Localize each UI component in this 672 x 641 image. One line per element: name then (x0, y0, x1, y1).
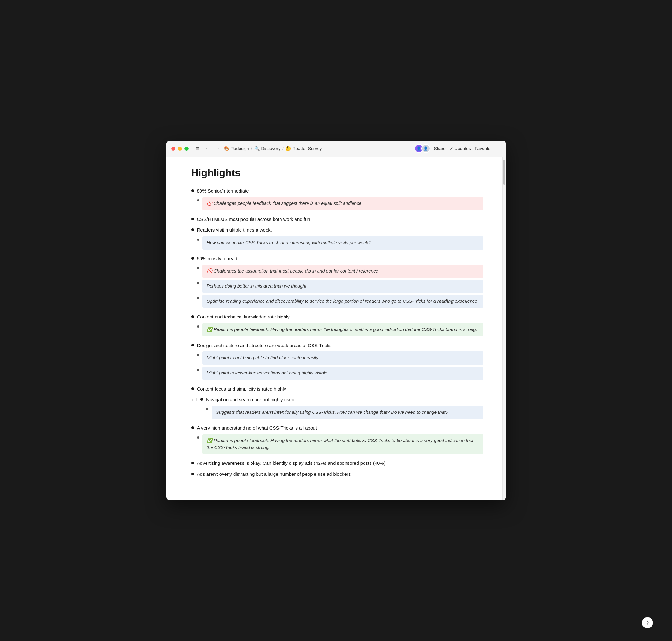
add-icon[interactable]: + (191, 397, 194, 403)
bullet-dot (191, 229, 194, 231)
minimize-button[interactable] (178, 147, 182, 151)
list-item: 80% Senior/Intermediate 🚫 Challenges peo… (191, 188, 483, 212)
forward-button[interactable]: → (214, 145, 221, 153)
callout-text: Optimise reading experience and discover… (207, 299, 478, 304)
callout-blue: Perhaps doing better in this area than w… (202, 280, 483, 293)
scrollbar-thumb[interactable] (503, 160, 506, 185)
callout-blue: Might point to lesser-known sections not… (202, 367, 483, 380)
avatar-user2: 👤 (421, 144, 430, 153)
bullet-dot (191, 218, 194, 220)
bullet-content: Content and technical knowledge rate hig… (197, 313, 483, 338)
breadcrumb: 🎨 Redesign / 🔍 Discovery / 🤔 Reader Surv… (224, 146, 412, 151)
bullet-dot (191, 344, 194, 346)
breadcrumb-redesign[interactable]: 🎨 Redesign (224, 146, 249, 151)
redesign-icon: 🎨 (224, 146, 229, 151)
callout-text: How can we make CSS-Tricks fresh and int… (207, 240, 371, 245)
bullet-content: Design, architecture and structure are w… (197, 342, 483, 382)
reader-survey-icon: 🤔 (285, 146, 291, 151)
bullet-text: Content focus and simplicity is rated hi… (197, 386, 286, 392)
callout-text: Might point to not being able to find ol… (207, 355, 319, 360)
bullet-text: Advertising awareness is okay. Can ident… (197, 460, 386, 466)
bullet-dot (191, 426, 194, 429)
bullet-content: Content focus and simplicity is rated hi… (197, 385, 483, 393)
page-title: Highlights (191, 167, 483, 179)
list-item: Suggests that readers aren't intentional… (206, 406, 483, 419)
menu-button[interactable]: ☰ (194, 145, 201, 152)
callout-text: Challenges people feedback that suggest … (214, 201, 363, 206)
list-item: Design, architecture and structure are w… (191, 342, 483, 382)
updates-button[interactable]: ✓ Updates (449, 146, 471, 151)
list-item: A very high understanding of what CSS-Tr… (191, 424, 483, 456)
list-item: 🚫 Challenges people feedback that sugges… (197, 197, 483, 210)
sub-list: 🚫 Challenges people feedback that sugges… (197, 197, 483, 210)
sub-dot (197, 282, 199, 284)
bullet-dot (191, 315, 194, 318)
callout-green: ✅ Reaffirms people feedback. Having the … (202, 323, 483, 337)
bullet-text: Navigation and search are not highly use… (206, 397, 294, 402)
discovery-icon: 🔍 (254, 146, 260, 151)
bullet-text: Content and technical knowledge rate hig… (197, 314, 290, 319)
bullet-text: CSS/HTML/JS most popular across both wor… (197, 217, 312, 222)
list-item: Readers visit multiple times a week. How… (191, 227, 483, 251)
sub-dot (197, 354, 199, 356)
callout-text: Might point to lesser-known sections not… (207, 370, 327, 376)
bullet-dot (191, 473, 194, 475)
list-item: Might point to not being able to find ol… (197, 352, 483, 365)
callout-blue: Might point to not being able to find ol… (202, 352, 483, 365)
back-button[interactable]: ← (205, 145, 211, 153)
callout-icon: 🚫 (207, 269, 214, 273)
more-options-button[interactable]: ··· (494, 145, 501, 152)
sub-dot (197, 325, 199, 328)
callout-text: Perhaps doing better in this area than w… (207, 284, 307, 289)
main-content: Highlights 80% Senior/Intermediate 🚫 Cha… (166, 157, 502, 501)
drag-icon[interactable]: ⠿ (194, 397, 197, 403)
list-item: CSS/HTML/JS most popular across both wor… (191, 216, 483, 223)
reader-survey-label: Reader Survey (292, 146, 322, 151)
bullet-text: Design, architecture and structure are w… (197, 343, 332, 348)
callout-green: ✅ Reaffirms people feedback. Having the … (202, 434, 483, 454)
list-item: ✅ Reaffirms people feedback. Having the … (197, 434, 483, 454)
collaborator-avatars: 👤 👤 (415, 144, 430, 153)
list-item: How can we make CSS-Tricks fresh and int… (197, 236, 483, 249)
scrollbar-track[interactable] (502, 157, 506, 501)
sub-dot (197, 369, 199, 371)
sub-list: Might point to not being able to find ol… (197, 352, 483, 380)
callout-icon: ✅ (207, 327, 214, 332)
app-window: ☰ ← → 🎨 Redesign / 🔍 Discovery / 🤔 Reade… (166, 141, 506, 501)
content-area: Highlights 80% Senior/Intermediate 🚫 Cha… (166, 157, 506, 501)
list-item: Perhaps doing better in this area than w… (197, 280, 483, 293)
bullet-dot (191, 257, 194, 260)
callout-red: 🚫 Challenges the assumption that most pe… (202, 265, 483, 278)
row-controls: + ⠿ (191, 397, 198, 403)
bullet-text: 80% Senior/Intermediate (197, 188, 249, 193)
bullet-content: CSS/HTML/JS most popular across both wor… (197, 216, 483, 223)
breadcrumb-discovery[interactable]: 🔍 Discovery (254, 146, 280, 151)
sub-list: How can we make CSS-Tricks fresh and int… (197, 236, 483, 249)
help-button[interactable]: ? (642, 617, 653, 628)
bullet-content: 50% mostly to read 🚫 Challenges the assu… (197, 255, 483, 310)
bullet-content: Ads aren't overly distracting but a larg… (197, 471, 483, 478)
bullet-content: Navigation and search are not highly use… (206, 396, 483, 421)
maximize-button[interactable] (185, 147, 189, 151)
sub-list: 🚫 Challenges the assumption that most pe… (197, 265, 483, 308)
traffic-lights (171, 147, 189, 151)
favorite-button[interactable]: Favorite (475, 146, 491, 151)
titlebar: ☰ ← → 🎨 Redesign / 🔍 Discovery / 🤔 Reade… (166, 141, 506, 157)
share-button[interactable]: Share (434, 146, 446, 151)
bullet-dot (201, 398, 203, 400)
breadcrumb-reader-survey[interactable]: 🤔 Reader Survey (285, 146, 322, 151)
bullet-content: 80% Senior/Intermediate 🚫 Challenges peo… (197, 188, 483, 212)
list-item: ✅ Reaffirms people feedback. Having the … (197, 323, 483, 337)
bullet-dot (191, 462, 194, 464)
list-item: Content and technical knowledge rate hig… (191, 313, 483, 338)
list-item: 50% mostly to read 🚫 Challenges the assu… (191, 255, 483, 310)
list-item: + ⠿ Navigation and search are not highly… (191, 396, 483, 421)
bullet-content: Readers visit multiple times a week. How… (197, 227, 483, 251)
bullet-content: A very high understanding of what CSS-Tr… (197, 424, 483, 456)
discovery-label: Discovery (261, 146, 280, 151)
callout-icon: ✅ (207, 438, 214, 443)
callout-blue: Optimise reading experience and discover… (202, 295, 483, 308)
close-button[interactable] (171, 147, 175, 151)
bullet-content: Advertising awareness is okay. Can ident… (197, 460, 483, 467)
breadcrumb-separator-1: / (251, 146, 253, 151)
